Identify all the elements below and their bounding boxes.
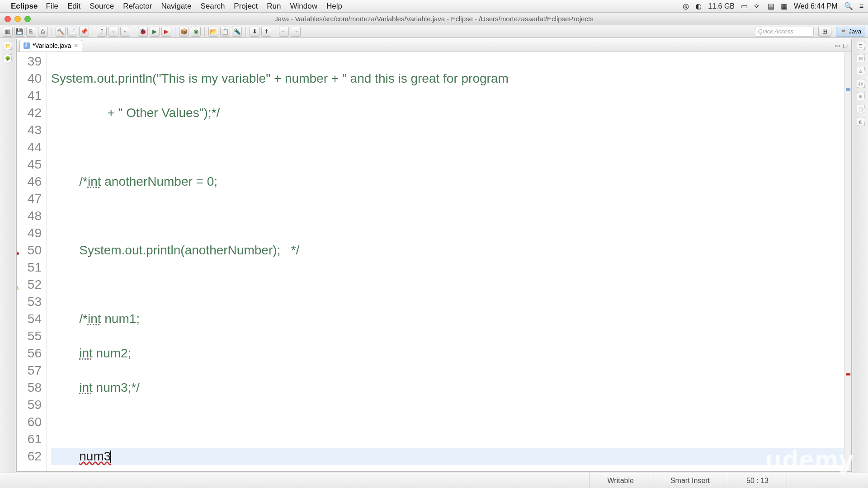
memory-icon: ◐ (695, 2, 702, 10)
overview-ruler[interactable] (844, 52, 851, 471)
menu-window[interactable]: Window (290, 2, 317, 11)
javadoc-icon[interactable]: @ (857, 80, 865, 88)
line-num: 48 (17, 207, 42, 225)
coverage-button[interactable]: ▶ (161, 27, 171, 37)
line-num-error: 50 (17, 242, 42, 259)
notifications-icon[interactable]: ◎ (683, 2, 689, 10)
editor-tab-variable[interactable]: *Variable.java ✕ (19, 40, 82, 52)
forward-button[interactable]: → (291, 27, 301, 37)
clock-text[interactable]: Wed 6:44 PM (794, 2, 838, 10)
java-file-icon (24, 42, 30, 49)
menu-project[interactable]: Project (234, 2, 258, 11)
menu-navigate[interactable]: Navigate (161, 2, 191, 11)
back-button[interactable]: ← (279, 27, 289, 37)
line-num: 54 (17, 310, 42, 328)
line-num: 57 (17, 362, 42, 379)
progress-icon[interactable]: ◐ (857, 117, 865, 126)
memory-text: 11.6 GB (708, 2, 735, 10)
console-icon[interactable]: ▢ (857, 105, 865, 113)
problems-icon[interactable]: ⚠ (857, 67, 865, 75)
code-area[interactable]: System.out.println("This is my variable"… (47, 52, 844, 471)
toggle-breadcrumb-button[interactable]: 📄 (67, 27, 77, 37)
menu-edit[interactable]: Edit (67, 2, 80, 11)
print-button[interactable]: ⎙ (38, 27, 48, 37)
prev-annotation-button[interactable]: ⬆ (261, 27, 271, 37)
line-num: 45 (17, 156, 42, 173)
line-num: 56 (17, 345, 42, 362)
window-zoom-button[interactable] (24, 16, 31, 22)
window-close-button[interactable] (5, 16, 11, 22)
skip-button[interactable]: ⤴ (97, 27, 107, 37)
code-text: System.out.println("This is my variable"… (51, 71, 509, 85)
breakpoint2-button[interactable]: ◦ (120, 27, 130, 37)
new-package-button[interactable]: 📦 (179, 27, 189, 37)
status-position: 50 : 13 (728, 473, 787, 488)
next-annotation-button[interactable]: ⬇ (250, 27, 259, 37)
menu-icon[interactable]: ≡ (859, 2, 863, 10)
run-button[interactable]: ▶ (150, 27, 160, 37)
menu-search[interactable]: Search (200, 2, 225, 11)
line-num: 42 (17, 104, 42, 122)
ruler-error-mark[interactable] (846, 373, 850, 375)
menu-source[interactable]: Source (90, 2, 114, 11)
editor-area: *Variable.java ✕ ▭ ▢ 39 40 41 42 43 44 4… (16, 39, 852, 472)
search-button[interactable]: 🔦 (232, 27, 242, 37)
build-button[interactable]: 🔨 (56, 27, 66, 37)
editor-body[interactable]: 39 40 41 42 43 44 45 46 47 48 49 50 51 5… (17, 52, 851, 471)
java-perspective-button[interactable]: ☕ Java (836, 27, 865, 37)
right-trim: ☰ ⊟ ⚠ @ ≡ ▢ ◐ (853, 38, 868, 473)
java-perspective-label: Java (849, 28, 861, 35)
open-task-button[interactable]: 📋 (220, 27, 230, 37)
battery-icon[interactable]: ▭ (741, 2, 748, 10)
open-perspective-button[interactable]: ⊞ (818, 27, 831, 37)
save-button[interactable]: 💾 (14, 27, 24, 37)
declaration-icon[interactable]: ≡ (857, 92, 865, 100)
java-perspective-icon: ☕ (840, 28, 847, 35)
code-text: + " Other Values");*/ (51, 106, 220, 120)
debug-button[interactable]: 🐞 (138, 27, 148, 37)
task-list-icon[interactable]: ☰ (857, 42, 865, 50)
power-icon[interactable]: ▦ (781, 2, 788, 10)
save-all-button[interactable]: ⎘ (26, 27, 36, 37)
pin-button[interactable]: 📌 (79, 27, 89, 37)
maximize-view-icon[interactable]: ▢ (843, 42, 848, 49)
mac-menubar: Eclipse File Edit Source Refactor Naviga… (0, 0, 868, 13)
quick-access-input[interactable]: Quick Access (755, 27, 814, 37)
code-text-error: num3 (79, 449, 111, 463)
menu-refactor[interactable]: Refactor (123, 2, 152, 11)
line-num: 41 (17, 87, 42, 104)
line-num: 44 (17, 139, 42, 156)
outline-icon[interactable]: ⊟ (857, 54, 865, 62)
line-num: 49 (17, 225, 42, 242)
left-trim: 📁 🌳 (0, 38, 15, 473)
line-num: 61 (17, 431, 42, 448)
close-tab-icon[interactable]: ✕ (74, 42, 78, 49)
package-explorer-icon[interactable]: 📁 (4, 42, 12, 50)
code-indent (51, 312, 79, 326)
menu-file[interactable]: File (46, 2, 58, 11)
flag-icon[interactable]: ▤ (768, 2, 774, 10)
spotlight-icon[interactable]: 🔍 (844, 2, 853, 10)
wifi-icon[interactable]: ᯤ (754, 2, 761, 10)
menu-run[interactable]: Run (267, 2, 281, 11)
type-hierarchy-icon[interactable]: 🌳 (4, 54, 12, 62)
open-type-button[interactable]: 📂 (208, 27, 218, 37)
status-insert: Smart Insert (652, 473, 728, 488)
line-num: 46 (17, 173, 42, 190)
menu-help[interactable]: Help (326, 2, 342, 11)
code-indent (51, 449, 79, 463)
tab-title: *Variable.java (33, 42, 71, 49)
app-name[interactable]: Eclipse (11, 2, 38, 11)
minimize-view-icon[interactable]: ▭ (835, 42, 840, 49)
main-area: 📁 🌳 *Variable.java ✕ ▭ ▢ 39 40 41 42 43 … (0, 38, 868, 473)
line-num: 43 (17, 122, 42, 139)
toolbar: ▥ 💾 ⎘ ⎙ 🔨 📄 📌 ⤴ ◦ ◦ 🐞 ▶ ▶ 📦 ◉ 📂 📋 🔦 ⬇ ⬆ … (0, 25, 868, 38)
line-numbers: 39 40 41 42 43 44 45 46 47 48 49 50 51 5… (17, 52, 47, 471)
new-class-button[interactable]: ◉ (191, 27, 201, 37)
line-num: 59 (17, 396, 42, 413)
ruler-mark[interactable] (846, 88, 850, 91)
window-titlebar: Java - Variables/src/com/morteza/Variabl… (0, 13, 868, 25)
new-button[interactable]: ▥ (3, 27, 13, 37)
window-minimize-button[interactable] (14, 16, 21, 22)
breakpoint-button[interactable]: ◦ (108, 27, 118, 37)
